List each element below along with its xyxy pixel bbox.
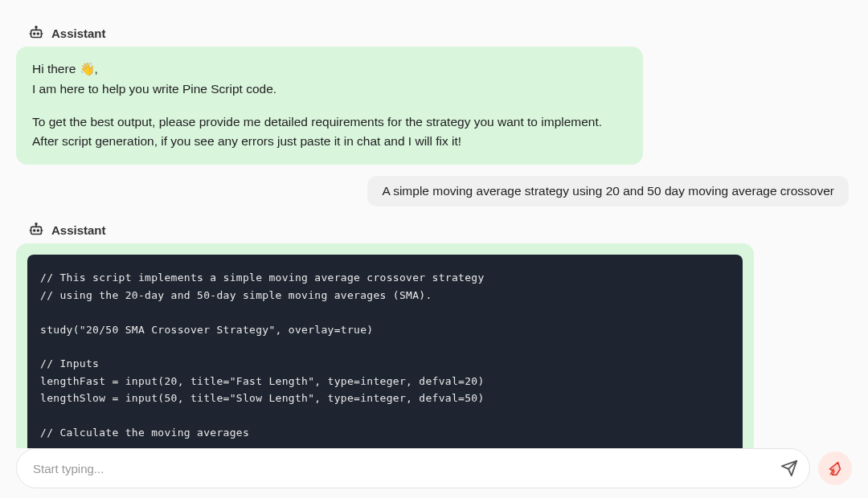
svg-point-4 (35, 27, 37, 28)
intro-greeting: Hi there 👋, (32, 59, 627, 80)
code-block[interactable]: // This script implements a simple movin… (27, 255, 743, 448)
send-button[interactable] (774, 453, 805, 484)
svg-point-11 (35, 223, 37, 225)
intro-line1: I am here to help you write Pine Script … (32, 80, 627, 100)
assistant-label: Assistant (51, 27, 106, 40)
user-message: A simple moving average strategy using 2… (367, 176, 849, 206)
intro-line3: After script generation, if you see any … (32, 132, 627, 152)
message-input[interactable] (33, 462, 774, 476)
user-message-row: A simple moving average strategy using 2… (16, 176, 849, 206)
input-row (16, 448, 852, 488)
intro-line2: To get the best output, please provide m… (32, 112, 627, 133)
chat-area: Assistant Hi there 👋, I am here to help … (0, 0, 868, 448)
assistant-code-message: // This script implements a simple movin… (16, 243, 754, 448)
svg-rect-0 (31, 30, 42, 37)
svg-point-9 (37, 230, 39, 231)
svg-point-2 (37, 33, 39, 35)
assistant-label: Assistant (51, 223, 106, 237)
input-wrap (16, 448, 810, 488)
svg-point-1 (34, 33, 35, 35)
bot-icon (27, 24, 45, 42)
svg-rect-7 (31, 227, 42, 235)
svg-point-8 (34, 230, 35, 231)
assistant-header: Assistant (27, 24, 852, 42)
bot-icon (27, 221, 45, 239)
clear-button[interactable] (818, 451, 852, 485)
assistant-message: Hi there 👋, I am here to help you write … (16, 47, 643, 165)
assistant-header: Assistant (27, 221, 852, 239)
